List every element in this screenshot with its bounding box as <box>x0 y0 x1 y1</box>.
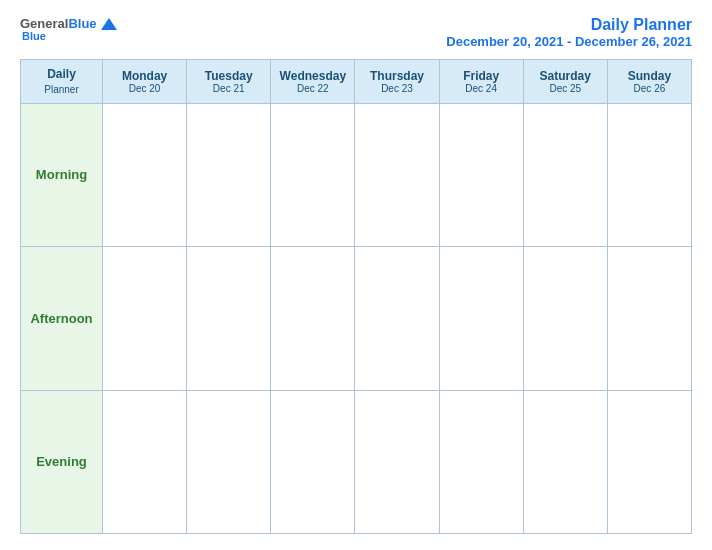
afternoon-saturday[interactable] <box>523 247 607 390</box>
planner-label-header: Daily Planner <box>21 60 103 104</box>
svg-marker-0 <box>101 18 117 30</box>
evening-saturday[interactable] <box>523 390 607 533</box>
page-title: Daily Planner <box>446 16 692 34</box>
afternoon-label: Afternoon <box>21 247 103 390</box>
morning-friday[interactable] <box>439 103 523 246</box>
col-header-wednesday: Wednesday Dec 22 <box>271 60 355 104</box>
evening-wednesday[interactable] <box>271 390 355 533</box>
col-header-saturday: Saturday Dec 25 <box>523 60 607 104</box>
morning-label: Morning <box>21 103 103 246</box>
afternoon-friday[interactable] <box>439 247 523 390</box>
col-header-thursday: Thursday Dec 23 <box>355 60 439 104</box>
header-row: Daily Planner Monday Dec 20 Tuesday Dec … <box>21 60 692 104</box>
morning-thursday[interactable] <box>355 103 439 246</box>
morning-monday[interactable] <box>103 103 187 246</box>
morning-saturday[interactable] <box>523 103 607 246</box>
evening-monday[interactable] <box>103 390 187 533</box>
morning-tuesday[interactable] <box>187 103 271 246</box>
afternoon-tuesday[interactable] <box>187 247 271 390</box>
col-header-monday: Monday Dec 20 <box>103 60 187 104</box>
evening-tuesday[interactable] <box>187 390 271 533</box>
evening-label: Evening <box>21 390 103 533</box>
afternoon-thursday[interactable] <box>355 247 439 390</box>
evening-thursday[interactable] <box>355 390 439 533</box>
calendar-table: Daily Planner Monday Dec 20 Tuesday Dec … <box>20 59 692 534</box>
title-area: Daily Planner December 20, 2021 - Decemb… <box>446 16 692 49</box>
logo-icon <box>99 16 119 32</box>
header: GeneralBlue Blue Daily Planner December … <box>20 16 692 49</box>
evening-row: Evening <box>21 390 692 533</box>
evening-sunday[interactable] <box>607 390 691 533</box>
morning-row: Morning <box>21 103 692 246</box>
logo-line2: Blue <box>22 30 46 42</box>
afternoon-wednesday[interactable] <box>271 247 355 390</box>
evening-friday[interactable] <box>439 390 523 533</box>
morning-sunday[interactable] <box>607 103 691 246</box>
col-header-sunday: Sunday Dec 26 <box>607 60 691 104</box>
date-range: December 20, 2021 - December 26, 2021 <box>446 34 692 49</box>
afternoon-row: Afternoon <box>21 247 692 390</box>
page: GeneralBlue Blue Daily Planner December … <box>0 0 712 550</box>
logo-area: GeneralBlue Blue <box>20 16 119 42</box>
col-header-friday: Friday Dec 24 <box>439 60 523 104</box>
morning-wednesday[interactable] <box>271 103 355 246</box>
afternoon-sunday[interactable] <box>607 247 691 390</box>
afternoon-monday[interactable] <box>103 247 187 390</box>
col-header-tuesday: Tuesday Dec 21 <box>187 60 271 104</box>
